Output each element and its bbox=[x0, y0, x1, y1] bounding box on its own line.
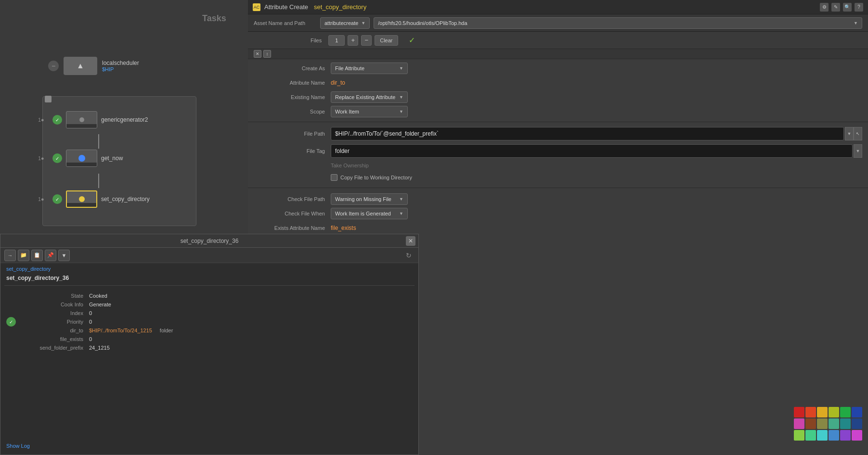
node-item[interactable]: 1● ✓ get_now bbox=[52, 150, 123, 167]
collapse-all-btn[interactable]: ✕ bbox=[254, 50, 261, 58]
color-swatch[interactable] bbox=[817, 418, 828, 429]
file-tag-label: File Tag bbox=[254, 148, 331, 154]
path-dropdown-arrow: ▼ bbox=[854, 21, 858, 25]
dir-to-value[interactable]: $HIP/../fromTo/To/24_1215 bbox=[89, 328, 152, 333]
state-key: State bbox=[26, 293, 83, 299]
check-file-when-dropdown[interactable]: Work Item is Generated ▼ bbox=[331, 208, 408, 219]
file-path-extra-btn[interactable]: ↖ bbox=[854, 127, 862, 140]
attribute-name-value: dir_to bbox=[331, 78, 345, 87]
existing-name-value: Replace Existing Attribute bbox=[335, 94, 395, 100]
toolbar-filter-btn[interactable]: ▼ bbox=[58, 250, 70, 261]
node-item-selected[interactable]: 1● ✓ set_copy_directory bbox=[52, 190, 150, 208]
color-swatch[interactable] bbox=[794, 430, 804, 441]
index-value: 0 bbox=[89, 310, 92, 316]
search-btn[interactable]: 🔍 bbox=[843, 3, 852, 12]
bottom-panel-title: set_copy_directory_36 bbox=[181, 238, 239, 244]
existing-name-arrow-icon: ▼ bbox=[399, 95, 403, 100]
color-swatch[interactable] bbox=[840, 407, 851, 417]
color-swatch[interactable] bbox=[805, 430, 816, 441]
color-swatch[interactable] bbox=[852, 418, 862, 429]
color-swatch[interactable] bbox=[829, 418, 839, 429]
color-swatch[interactable] bbox=[794, 407, 804, 417]
file-tag-expand-btn[interactable]: ▼ bbox=[854, 144, 862, 158]
file-exists-key: file_exists bbox=[26, 336, 83, 342]
full-name: set_copy_directory_36 bbox=[0, 275, 418, 285]
dir-to-tag: folder bbox=[160, 328, 173, 333]
toolbar-copy-btn[interactable]: 📋 bbox=[31, 250, 43, 261]
scope-arrow-icon: ▼ bbox=[399, 109, 403, 114]
scope-dropdown[interactable]: Work Item ▼ bbox=[331, 106, 408, 117]
prop-state-row: State Cooked bbox=[26, 291, 407, 300]
color-swatch[interactable] bbox=[817, 430, 828, 441]
properties-table: State Cooked Cook Info Generate Index 0 … bbox=[20, 288, 413, 356]
prop-index-row: Index 0 bbox=[26, 309, 407, 317]
color-swatch[interactable] bbox=[829, 430, 839, 441]
file-path-expand-btn[interactable]: ▼ bbox=[845, 127, 854, 140]
color-swatch[interactable] bbox=[852, 430, 862, 441]
check-file-when-label: Check File When bbox=[254, 211, 331, 216]
color-swatch[interactable] bbox=[829, 407, 839, 417]
asset-path-field[interactable]: /opt/hfs20.5/houdini/otls/OPlibTop.hda ▼ bbox=[374, 17, 862, 29]
gear-btn[interactable]: ⚙ bbox=[820, 3, 829, 12]
properties-section: ✓ State Cooked Cook Info Generate Index … bbox=[0, 286, 418, 358]
asset-row: Asset Name and Path attributecreate ▼ /o… bbox=[248, 14, 868, 32]
asset-name-dropdown[interactable]: attributecreate ▼ bbox=[320, 17, 370, 29]
help-btn[interactable]: ? bbox=[855, 3, 863, 12]
exists-attr-row: Exists Attribute Name file_exists bbox=[248, 221, 868, 235]
collapse-btn[interactable]: − bbox=[48, 61, 59, 71]
breadcrumb[interactable]: set_copy_directory bbox=[0, 263, 418, 275]
cook-value: Generate bbox=[89, 302, 111, 307]
node-status-check: ✓ bbox=[52, 153, 62, 163]
pencil-btn[interactable]: ✎ bbox=[831, 3, 840, 12]
attribute-name-label: Attribute Name bbox=[254, 80, 331, 86]
cursor-icon: ↖ bbox=[856, 131, 860, 136]
files-plus-btn[interactable]: + bbox=[348, 35, 358, 46]
network-box-title-btn[interactable] bbox=[45, 96, 52, 102]
node-index: 1● bbox=[38, 196, 44, 202]
files-minus-btn[interactable]: − bbox=[361, 35, 372, 46]
scope-row: Scope Work Item ▼ bbox=[248, 104, 868, 119]
scheduler-node: − localscheduler $HIP bbox=[48, 57, 139, 75]
create-as-value: File Attribute bbox=[335, 65, 364, 71]
create-as-row: Create As File Attribute ▼ bbox=[248, 61, 868, 76]
clear-btn[interactable]: Clear bbox=[375, 35, 398, 46]
connector-line bbox=[98, 174, 99, 188]
existing-name-dropdown[interactable]: Replace Existing Attribute ▼ bbox=[331, 91, 408, 103]
file-path-value: $HIP/../fromTo/To/`@send_folder_prefix` bbox=[335, 130, 439, 137]
color-swatch[interactable] bbox=[840, 418, 851, 429]
scope-value: Work Item bbox=[335, 109, 359, 114]
close-panel-btn[interactable]: ✕ bbox=[406, 236, 415, 246]
exists-attr-label: Exists Attribute Name bbox=[254, 225, 331, 231]
status-ok-icon: ✓ bbox=[6, 317, 16, 327]
color-swatch[interactable] bbox=[805, 407, 816, 417]
file-path-input[interactable]: $HIP/../fromTo/To/`@send_folder_prefix` bbox=[331, 127, 844, 140]
files-input[interactable]: 1 bbox=[328, 35, 345, 46]
network-box: 1● ✓ genericgenerator2 1● ✓ get_now 1● ✓ bbox=[42, 96, 196, 226]
check-mark-icon: ✓ bbox=[409, 36, 415, 45]
check-file-path-dropdown[interactable]: Warning on Missing File ▼ bbox=[331, 193, 408, 205]
expand-all-btn[interactable]: ↕ bbox=[263, 50, 271, 58]
prop-dir-row: dir_to $HIP/../fromTo/To/24_1215 folder bbox=[26, 326, 407, 335]
check-file-when-row: Check File When Work Item is Generated ▼ bbox=[248, 206, 868, 221]
toolbar-folder-btn[interactable]: 📁 bbox=[18, 250, 29, 261]
color-swatch[interactable] bbox=[852, 407, 862, 417]
toolbar-pin-btn[interactable]: 📌 bbox=[45, 250, 56, 261]
color-swatch[interactable] bbox=[794, 418, 804, 429]
color-swatch[interactable] bbox=[817, 407, 828, 417]
attribute-name-row: Attribute Name dir_to bbox=[248, 76, 868, 90]
scheduler-name: localscheduler bbox=[102, 60, 139, 66]
scope-label: Scope bbox=[254, 109, 331, 114]
node-item[interactable]: 1● ✓ genericgenerator2 bbox=[52, 111, 148, 128]
asset-path-text: /opt/hfs20.5/houdini/otls/OPlibTop.hda bbox=[378, 20, 467, 26]
toolbar-navigate-btn[interactable]: → bbox=[4, 250, 16, 261]
node-status-check: ✓ bbox=[52, 115, 62, 125]
node-thumbnail bbox=[66, 150, 97, 167]
create-as-dropdown[interactable]: File Attribute ▼ bbox=[331, 63, 408, 74]
file-tag-input[interactable]: folder bbox=[331, 144, 853, 158]
check-file-path-value: Warning on Missing File bbox=[335, 196, 391, 202]
copy-file-checkbox[interactable] bbox=[331, 174, 337, 181]
refresh-btn[interactable]: ↻ bbox=[403, 250, 415, 261]
show-log-btn[interactable]: Show Log bbox=[6, 443, 30, 449]
color-swatch[interactable] bbox=[840, 430, 851, 441]
color-swatch[interactable] bbox=[805, 418, 816, 429]
